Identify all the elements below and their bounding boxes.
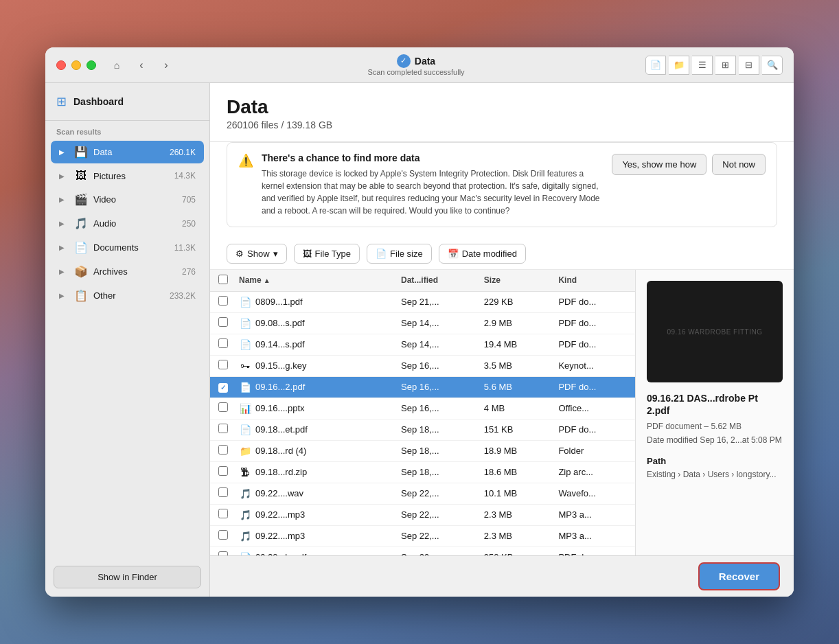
table-row[interactable]: 🗝09.15...g.keySep 16,...3.5 MBKeynot... — [210, 355, 635, 376]
documents-icon: 📄 — [74, 241, 88, 254]
row-name: 📄0809...1.pdf — [233, 291, 395, 312]
row-kind: MP3 a... — [553, 525, 635, 547]
row-date: Sep 14,... — [395, 334, 479, 355]
file-type-icon: 📄 — [239, 338, 251, 351]
file-type-button[interactable]: 🖼 File Type — [294, 244, 360, 264]
page-title: Data — [227, 97, 777, 118]
table-row[interactable]: 📁09.18...rd (4)Sep 18,...18.9 MBFolder — [210, 440, 635, 461]
sidebar-item-label: Data — [93, 147, 164, 157]
not-now-button[interactable]: Not now — [712, 154, 766, 175]
sidebar-item-archives[interactable]: ▶ 📦 Archives 276 — [51, 260, 204, 283]
sidebar-item-pictures[interactable]: ▶ 🖼 Pictures 14.3K — [51, 165, 204, 187]
close-button[interactable] — [56, 60, 66, 70]
row-checkbox-cell — [210, 355, 233, 376]
show-in-finder-button[interactable]: Show in Finder — [54, 566, 201, 588]
row-name: 📄09.14...s.pdf — [233, 334, 395, 355]
selected-checkbox[interactable]: ✓ — [218, 383, 228, 393]
sidebar-dashboard[interactable]: ⊞ Dashboard — [45, 83, 209, 121]
row-checkbox[interactable] — [218, 509, 228, 518]
table-row[interactable]: 📄09.14...s.pdfSep 14,...19.4 MBPDF do... — [210, 334, 635, 355]
file-icon: 📁09.18...rd (4) — [239, 445, 306, 457]
file-type-icon: 🎵 — [239, 509, 251, 521]
table-row[interactable]: 📊09.16....pptxSep 16,...4 MBOffice... — [210, 398, 635, 419]
row-checkbox[interactable] — [218, 424, 228, 433]
sidebar-item-video[interactable]: ▶ 🎬 Video 705 — [51, 188, 204, 211]
view-folder-button[interactable]: 📁 — [669, 56, 689, 75]
row-checkbox[interactable] — [218, 402, 228, 412]
view-grid-button[interactable]: ⊞ — [715, 56, 736, 75]
scan-results-label: Scan results — [45, 121, 209, 140]
row-kind: PDF do... — [553, 419, 635, 440]
row-checkbox[interactable] — [218, 360, 228, 369]
sidebar-item-label: Other — [93, 290, 164, 301]
sidebar-item-count: 11.3K — [174, 243, 196, 253]
view-doc-button[interactable]: 📄 — [645, 56, 666, 75]
row-date: Sep 22,... — [395, 525, 479, 547]
name-column-header[interactable]: Name ▲ — [233, 270, 395, 292]
window-title: Data — [415, 56, 435, 67]
row-date: Sep 16,... — [395, 398, 479, 419]
row-checkbox[interactable] — [218, 487, 228, 497]
table-row[interactable]: 📄0809...1.pdfSep 21,...229 KBPDF do... — [210, 291, 635, 312]
row-checkbox[interactable] — [218, 530, 228, 540]
preview-filename: 09.16.21 DAS...rdrobe Pt 2.pdf — [647, 392, 783, 417]
date-header-label: Dat...ified — [401, 275, 438, 285]
date-modified-label: Date modified — [462, 249, 517, 259]
table-row[interactable]: 🎵09.22....wavSep 22,...10.1 MBWavefo... — [210, 483, 635, 504]
recover-button[interactable]: Recover — [698, 562, 780, 590]
view-list-button[interactable]: ☰ — [692, 56, 713, 75]
file-type-icon: 📁 — [239, 445, 251, 457]
sidebar-item-count: 14.3K — [174, 171, 196, 181]
size-column-header[interactable]: Size — [479, 270, 553, 292]
table-row[interactable]: 🎵09.22....mp3Sep 22,...2.3 MBMP3 a... — [210, 525, 635, 547]
file-size-button[interactable]: 📄 File size — [367, 244, 432, 264]
view-panel-button[interactable]: ⊟ — [739, 56, 759, 75]
home-button[interactable]: ⌂ — [107, 56, 126, 75]
yes-show-me-button[interactable]: Yes, show me how — [612, 154, 706, 175]
row-name: 📄09.16...2.pdf — [233, 376, 395, 398]
sidebar-item-documents[interactable]: ▶ 📄 Documents 11.3K — [51, 236, 204, 259]
show-filter-button[interactable]: ⚙ Show ▾ — [227, 244, 287, 264]
kind-column-header[interactable]: Kind — [553, 270, 635, 292]
row-checkbox[interactable] — [218, 445, 228, 455]
row-checkbox[interactable] — [218, 338, 228, 348]
sidebar-item-audio[interactable]: ▶ 🎵 Audio 250 — [51, 212, 204, 235]
row-kind: Wavefo... — [553, 483, 635, 504]
dashboard-icon: ⊞ — [56, 94, 67, 109]
row-date: Sep 18,... — [395, 461, 479, 483]
select-all-header[interactable] — [210, 270, 233, 292]
search-button[interactable]: 🔍 — [762, 56, 783, 75]
row-checkbox[interactable] — [218, 317, 228, 327]
table-row[interactable]: ✓📄09.16...2.pdfSep 16,...5.6 MBPDF do... — [210, 376, 635, 398]
table-row[interactable]: 🗜09.18...rd.zipSep 18,...18.6 MBZip arc.… — [210, 461, 635, 483]
row-kind: PDF do... — [553, 547, 635, 555]
row-checkbox[interactable] — [218, 466, 228, 476]
minimize-button[interactable] — [71, 60, 81, 70]
alert-text: This storage device is locked by Apple's… — [262, 168, 604, 217]
alert-icon: ⚠️ — [238, 153, 253, 168]
forward-button[interactable]: › — [157, 56, 176, 75]
file-name-text: 09.22....mp3 — [255, 531, 305, 541]
row-checkbox-cell — [210, 440, 233, 461]
file-type-icon: 🗜 — [239, 466, 251, 479]
row-kind: Office... — [553, 398, 635, 419]
sidebar-item-other[interactable]: ▶ 📋 Other 233.2K — [51, 284, 204, 307]
table-row[interactable]: 📄09.08...s.pdfSep 14,...2.9 MBPDF do... — [210, 312, 635, 334]
row-checkbox-cell — [210, 419, 233, 440]
row-date: Sep 16,... — [395, 355, 479, 376]
file-icon: 🎵09.22....mp3 — [239, 530, 305, 542]
date-modified-button[interactable]: 📅 Date modified — [439, 244, 526, 264]
row-date: Sep 14,... — [395, 312, 479, 334]
sidebar-item-data[interactable]: ▶ 💾 Data 260.1K — [51, 141, 204, 163]
maximize-button[interactable] — [87, 60, 96, 70]
row-name: 🗜09.18...rd.zip — [233, 461, 395, 483]
table-row[interactable]: 📄09.28...ls.pdfSep 29,...958 KBPDF do... — [210, 547, 635, 555]
back-button[interactable]: ‹ — [132, 56, 151, 75]
date-column-header[interactable]: Dat...ified — [395, 270, 479, 292]
file-icon: 📄0809...1.pdf — [239, 296, 303, 308]
table-row[interactable]: 📄09.18...et.pdfSep 18,...151 KBPDF do... — [210, 419, 635, 440]
row-checkbox[interactable] — [218, 296, 228, 306]
table-row[interactable]: 🎵09.22....mp3Sep 22,...2.3 MBMP3 a... — [210, 504, 635, 525]
select-all-checkbox[interactable] — [218, 275, 228, 284]
file-icon: 🗜09.18...rd.zip — [239, 466, 307, 479]
